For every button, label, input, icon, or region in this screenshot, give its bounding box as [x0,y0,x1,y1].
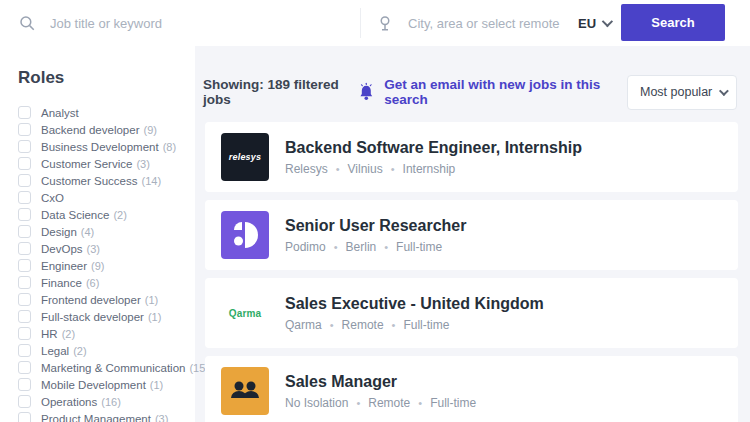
job-card-body: Backend Software Engineer, InternshipRel… [285,139,582,176]
bullet-separator: • [392,319,396,331]
checkbox[interactable] [18,378,31,391]
role-count: (2) [73,345,86,357]
company-logo: relesys [221,133,269,181]
region-dropdown[interactable]: EU [578,0,610,46]
role-filter-operations[interactable]: Operations(16) [18,393,195,410]
checkbox[interactable] [18,225,31,238]
company-logo-text: relesys [229,152,261,162]
sort-dropdown[interactable]: Most popular [627,75,737,110]
role-label: Frontend developer [41,294,141,306]
role-count: (1) [148,311,161,323]
results-count: Showing: 189 filtered jobs [203,77,358,107]
checkbox[interactable] [18,174,31,187]
role-count: (8) [163,141,176,153]
job-card[interactable]: Senior User ResearcherPodimo•Berlin•Full… [205,200,738,270]
checkbox[interactable] [18,157,31,170]
checkbox[interactable] [18,361,31,374]
role-count: (1) [145,294,158,306]
role-count: (2) [62,328,75,340]
checkbox[interactable] [18,310,31,323]
checkbox[interactable] [18,344,31,357]
email-alert-link[interactable]: Get an email with new jobs in this searc… [358,77,627,107]
role-label: Finance [41,277,82,289]
job-card-body: Sales ManagerNo Isolation•Remote•Full-ti… [285,373,476,410]
checkbox[interactable] [18,276,31,289]
bullet-separator: • [391,163,395,175]
company-logo-text: Qarma [229,308,262,319]
role-label: Full-stack developer [41,311,144,323]
search-icon [18,14,36,32]
job-location: Remote [368,396,410,410]
role-label: Customer Success [41,175,138,187]
role-filter-customer-success[interactable]: Customer Success(14) [18,172,195,189]
checkbox[interactable] [18,208,31,221]
role-filter-devops[interactable]: DevOps(3) [18,240,195,257]
company: Qarma [285,318,322,332]
role-filter-business-development[interactable]: Business Development(8) [18,138,195,155]
bell-icon [358,82,375,102]
role-filter-full-stack-developer[interactable]: Full-stack developer(1) [18,308,195,325]
role-label: Legal [41,345,69,357]
bullet-separator: • [356,397,360,409]
role-filter-customer-service[interactable]: Customer Service(3) [18,155,195,172]
role-filter-product-management[interactable]: Product Management(3) [18,410,195,422]
role-filter-backend-developer[interactable]: Backend developer(9) [18,121,195,138]
checkbox[interactable] [18,140,31,153]
job-location: Vilnius [348,162,383,176]
role-label: Operations [41,396,97,408]
results-header: Showing: 189 filtered jobs Get an email … [203,74,737,110]
company: No Isolation [285,396,348,410]
job-card[interactable]: Sales ManagerNo Isolation•Remote•Full-ti… [205,356,738,422]
role-label: Mobile Development [41,379,146,391]
checkbox[interactable] [18,412,31,422]
role-filter-cxo[interactable]: CxO [18,189,195,206]
role-filter-finance[interactable]: Finance(6) [18,274,195,291]
job-type: Internship [403,162,456,176]
role-label: Marketing & Communication [41,362,185,374]
job-card[interactable]: QarmaSales Executive - United KingdomQar… [205,278,738,348]
job-type: Full-time [430,396,476,410]
role-label: Customer Service [41,158,132,170]
bullet-separator: • [330,319,334,331]
role-filter-design[interactable]: Design(4) [18,223,195,240]
role-filter-engineer[interactable]: Engineer(9) [18,257,195,274]
company-logo: Qarma [221,289,269,337]
role-filter-hr[interactable]: HR(2) [18,325,195,342]
job-title: Senior User Researcher [285,217,466,235]
role-filter-legal[interactable]: Legal(2) [18,342,195,359]
job-card[interactable]: relesysBackend Software Engineer, Intern… [205,122,738,192]
role-filter-data-science[interactable]: Data Science(2) [18,206,195,223]
people-logo-glyph [221,367,269,415]
checkbox[interactable] [18,106,31,119]
role-filter-mobile-development[interactable]: Mobile Development(1) [18,376,195,393]
role-label: Analyst [41,107,79,119]
checkbox[interactable] [18,123,31,136]
company-logo [221,211,269,259]
checkbox[interactable] [18,293,31,306]
job-search-field[interactable] [18,0,353,46]
location-input[interactable] [408,16,576,31]
checkbox[interactable] [18,395,31,408]
bullet-separator: • [384,241,388,253]
roles-sidebar: Roles AnalystBackend developer(9)Busines… [0,46,195,422]
checkbox[interactable] [18,242,31,255]
job-location: Remote [342,318,384,332]
role-label: Product Management [41,413,151,422]
checkbox[interactable] [18,259,31,272]
search-button[interactable]: Search [621,4,725,41]
job-location: Berlin [346,240,377,254]
job-title-input[interactable] [50,16,353,31]
role-filter-marketing-communication[interactable]: Marketing & Communication(15) [18,359,195,376]
role-filter-frontend-developer[interactable]: Frontend developer(1) [18,291,195,308]
location-field[interactable] [376,0,576,46]
role-filter-analyst[interactable]: Analyst [18,104,195,121]
checkbox[interactable] [18,191,31,204]
job-list: relesysBackend Software Engineer, Intern… [205,122,738,422]
checkbox[interactable] [18,327,31,340]
top-search-bar: EU Search [0,0,750,46]
sidebar-title: Roles [18,68,195,88]
location-pin-icon [376,14,394,32]
company: Podimo [285,240,326,254]
role-count: (3) [155,413,168,422]
role-count: (9) [143,124,156,136]
